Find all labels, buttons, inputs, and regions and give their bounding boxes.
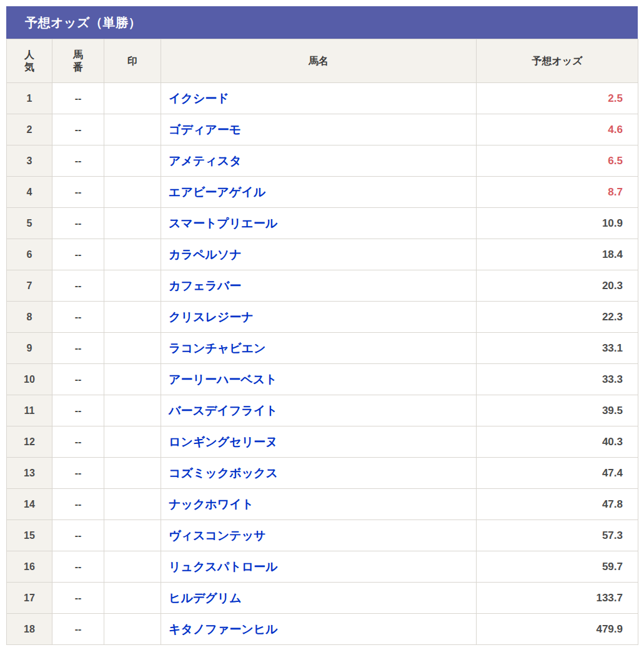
col-header-horse-name: 馬名 [161, 39, 477, 83]
rank-cell: 14 [7, 489, 52, 520]
horse-number-cell: -- [52, 83, 104, 114]
mark-cell [104, 114, 161, 145]
horse-name-cell: ナックホワイト [161, 489, 477, 520]
table-row: 15 -- ヴィスコンテッサ 57.3 [7, 520, 638, 551]
horse-name-link[interactable]: リュクスパトロール [169, 560, 278, 573]
horse-name-link[interactable]: アーリーハーベスト [169, 373, 277, 386]
table-header-row: 人 気 馬 番 印 馬名 予想オッズ [7, 39, 638, 83]
horse-name-link[interactable]: クリスレジーナ [169, 310, 254, 323]
horse-name-cell: エアビーアゲイル [161, 177, 477, 208]
odds-cell: 33.1 [477, 333, 638, 364]
horse-number-cell: -- [52, 520, 104, 551]
rank-cell: 10 [7, 364, 52, 395]
col-header-mark: 印 [104, 39, 161, 83]
horse-number-cell: -- [52, 177, 104, 208]
mark-cell [104, 520, 161, 551]
rank-cell: 4 [7, 177, 52, 208]
horse-name-link[interactable]: キタノファーンヒル [169, 623, 278, 636]
table-row: 14 -- ナックホワイト 47.8 [7, 489, 638, 520]
odds-cell: 22.3 [477, 302, 638, 333]
horse-name-cell: クリスレジーナ [161, 302, 477, 333]
table-row: 5 -- スマートプリエール 10.9 [7, 208, 638, 239]
horse-name-cell: カフェラバー [161, 270, 477, 302]
odds-cell: 47.4 [477, 458, 638, 489]
odds-widget: 予想オッズ（単勝） 人 気 馬 番 印 馬名 予想オッズ 1 -- イクシード … [6, 6, 638, 645]
horse-name-cell: ヒルデグリム [161, 583, 477, 614]
table-row: 8 -- クリスレジーナ 22.3 [7, 302, 638, 333]
odds-table: 人 気 馬 番 印 馬名 予想オッズ 1 -- イクシード 2.5 2 -- ゴ… [6, 39, 638, 645]
odds-cell: 40.3 [477, 426, 638, 458]
rank-cell: 2 [7, 114, 52, 145]
horse-name-link[interactable]: ラコンチャビエン [169, 342, 266, 355]
horse-number-cell: -- [52, 395, 104, 426]
table-row: 11 -- バースデイフライト 39.5 [7, 395, 638, 426]
horse-number-cell: -- [52, 551, 104, 583]
mark-cell [104, 551, 161, 583]
horse-name-cell: アメティスタ [161, 145, 477, 177]
horse-name-cell: ロンギングセリーヌ [161, 426, 477, 458]
table-row: 17 -- ヒルデグリム 133.7 [7, 583, 638, 614]
horse-name-cell: ヴィスコンテッサ [161, 520, 477, 551]
odds-cell: 47.8 [477, 489, 638, 520]
horse-name-link[interactable]: ナックホワイト [169, 498, 254, 511]
horse-name-cell: キタノファーンヒル [161, 614, 477, 645]
horse-name-cell: イクシード [161, 83, 477, 114]
horse-name-cell: アーリーハーベスト [161, 364, 477, 395]
odds-cell: 57.3 [477, 520, 638, 551]
rank-cell: 13 [7, 458, 52, 489]
table-row: 4 -- エアビーアゲイル 8.7 [7, 177, 638, 208]
horse-number-cell: -- [52, 145, 104, 177]
horse-name-link[interactable]: アメティスタ [169, 154, 242, 167]
mark-cell [104, 270, 161, 302]
mark-cell [104, 239, 161, 270]
mark-cell [104, 583, 161, 614]
odds-cell: 20.3 [477, 270, 638, 302]
table-row: 12 -- ロンギングセリーヌ 40.3 [7, 426, 638, 458]
mark-cell [104, 364, 161, 395]
horse-number-cell: -- [52, 614, 104, 645]
horse-name-link[interactable]: ヒルデグリム [169, 591, 242, 604]
horse-name-link[interactable]: エアビーアゲイル [169, 185, 265, 199]
table-row: 13 -- コズミックボックス 47.4 [7, 458, 638, 489]
horse-name-link[interactable]: コズミックボックス [169, 466, 278, 480]
horse-number-cell: -- [52, 333, 104, 364]
horse-name-link[interactable]: ゴディアーモ [169, 123, 241, 136]
rank-cell: 6 [7, 239, 52, 270]
rank-cell: 18 [7, 614, 52, 645]
horse-number-cell: -- [52, 426, 104, 458]
col-header-horse-number: 馬 番 [52, 39, 104, 83]
rank-cell: 5 [7, 208, 52, 239]
odds-cell: 6.5 [477, 145, 638, 177]
table-row: 6 -- カラペルソナ 18.4 [7, 239, 638, 270]
odds-cell: 33.3 [477, 364, 638, 395]
horse-name-link[interactable]: ヴィスコンテッサ [169, 529, 266, 542]
horse-number-cell: -- [52, 239, 104, 270]
table-row: 10 -- アーリーハーベスト 33.3 [7, 364, 638, 395]
horse-name-cell: バースデイフライト [161, 395, 477, 426]
mark-cell [104, 458, 161, 489]
odds-cell: 4.6 [477, 114, 638, 145]
horse-name-cell: ゴディアーモ [161, 114, 477, 145]
table-row: 7 -- カフェラバー 20.3 [7, 270, 638, 302]
odds-cell: 39.5 [477, 395, 638, 426]
widget-title: 予想オッズ（単勝） [6, 6, 638, 39]
horse-name-cell: カラペルソナ [161, 239, 477, 270]
horse-name-link[interactable]: スマートプリエール [169, 217, 277, 230]
horse-name-cell: スマートプリエール [161, 208, 477, 239]
col-header-odds: 予想オッズ [477, 39, 638, 83]
mark-cell [104, 614, 161, 645]
horse-name-link[interactable]: カフェラバー [169, 279, 241, 292]
horse-name-link[interactable]: バースデイフライト [169, 404, 278, 417]
rank-cell: 11 [7, 395, 52, 426]
horse-name-link[interactable]: イクシード [169, 92, 229, 105]
horse-name-link[interactable]: ロンギングセリーヌ [169, 435, 278, 448]
horse-name-link[interactable]: カラペルソナ [169, 248, 242, 261]
horse-number-cell: -- [52, 364, 104, 395]
horse-name-cell: リュクスパトロール [161, 551, 477, 583]
rank-cell: 7 [7, 270, 52, 302]
horse-number-cell: -- [52, 208, 104, 239]
rank-cell: 16 [7, 551, 52, 583]
table-row: 18 -- キタノファーンヒル 479.9 [7, 614, 638, 645]
odds-cell: 59.7 [477, 551, 638, 583]
mark-cell [104, 302, 161, 333]
